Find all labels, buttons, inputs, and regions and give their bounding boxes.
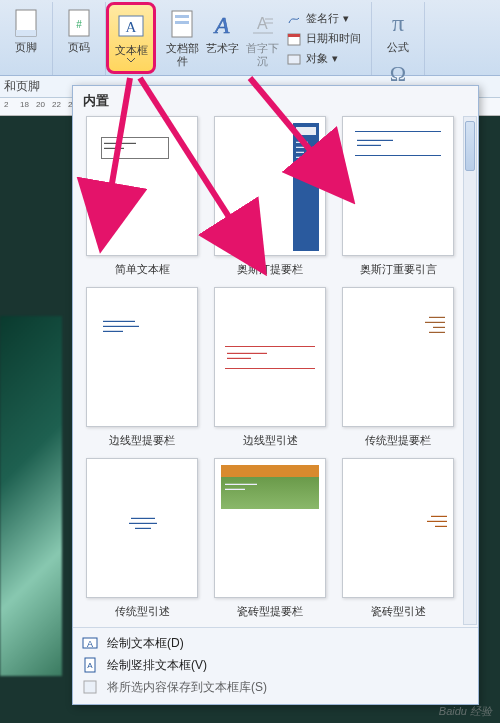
- svg-rect-8: [175, 21, 189, 24]
- object-button[interactable]: 对象 ▾: [286, 50, 361, 68]
- gallery-caption: 简单文本框: [115, 262, 170, 277]
- equation-label: 公式: [387, 41, 409, 54]
- menu-save-to-gallery[interactable]: 将所选内容保存到文本框库(S): [81, 676, 470, 698]
- gallery-scrollbar[interactable]: [463, 116, 477, 625]
- thumb: ▬▬▬▬▬▬▬▬▬▬▬▬▬: [214, 458, 326, 598]
- svg-rect-1: [16, 30, 36, 36]
- group-text-box-highlighted: A 文本框: [106, 2, 156, 74]
- menu-label: 绘制竖排文本框(V): [107, 657, 207, 674]
- thumb: ▬▬▬▬▬▬▬▬▬▬▬▬▬▬▬▬▬: [86, 458, 198, 598]
- svg-text:A: A: [87, 661, 93, 670]
- gallery-caption: 瓷砖型提要栏: [237, 604, 303, 619]
- page-number-icon: #: [63, 7, 95, 39]
- thumb: ▬▬▬▬▬▬▬▬▬▬▬▬: [342, 458, 454, 598]
- group-header-footer: 页脚: [0, 2, 53, 75]
- gallery-caption: 边线型提要栏: [109, 433, 175, 448]
- text-box-button[interactable]: A 文本框: [109, 7, 153, 69]
- page-number-button[interactable]: # 页码: [59, 4, 99, 72]
- svg-rect-7: [175, 15, 189, 18]
- group-symbols: π 公式 Ω 符号 # 编号: [372, 2, 425, 75]
- menu-label: 将所选内容保存到文本框库(S): [107, 679, 267, 696]
- dropcap-icon: A: [246, 8, 278, 40]
- text-small-items: 签名行 ▾ 日期和时间 对象 ▾: [282, 8, 365, 70]
- svg-text:#: #: [76, 19, 82, 30]
- svg-text:A: A: [126, 19, 137, 35]
- gallery-item-austin-sidebar[interactable]: ▬▬▬▬▬▬▬▬▬▬▬ 奥斯汀提要栏: [211, 116, 329, 277]
- doc-parts-button[interactable]: 文档部件: [162, 5, 202, 73]
- dropcap-button[interactable]: A 首字下沉: [242, 5, 282, 73]
- thumb: ▬▬▬▬▬▬▬▬▬▬▬▬▬▬▬: [342, 116, 454, 256]
- gallery-item-border-sidebar[interactable]: ▬▬▬▬▬▬▬▬▬▬▬▬▬▬▬▬▬▬▬▬▬▬ 边线型提要栏: [83, 287, 201, 448]
- chevron-down-icon: ▾: [332, 52, 338, 65]
- dropcap-label: 首字下沉: [243, 42, 281, 68]
- wordart-button[interactable]: A 艺术字: [202, 5, 242, 73]
- thumb: ▬▬▬▬▬▬▬▬▬▬▬▬▬: [86, 116, 198, 256]
- text-box-label: 文本框: [115, 44, 148, 57]
- gallery-caption: 传统型提要栏: [365, 433, 431, 448]
- footer-icon: [10, 7, 42, 39]
- gallery-item-traditional-sidebar[interactable]: ▬▬▬▬▬▬▬▬▬▬▬▬▬▬▬▬ 传统型提要栏: [339, 287, 457, 448]
- equation-icon: π: [382, 7, 414, 39]
- group-text: 文档部件 A 艺术字 A 首字下沉 签名行 ▾ 日期和时间: [156, 2, 372, 75]
- svg-rect-16: [288, 55, 300, 64]
- object-icon: [286, 51, 302, 67]
- document-background: [0, 316, 62, 676]
- object-label: 对象: [306, 51, 328, 66]
- calendar-icon: [286, 31, 302, 47]
- doc-parts-label: 文档部件: [163, 42, 201, 68]
- ribbon: 页脚 # 页码 A 文本框 文档部件 A: [0, 0, 500, 76]
- doc-parts-icon: [166, 8, 198, 40]
- panel-header: 内置: [73, 86, 478, 114]
- chevron-down-icon: ▾: [343, 12, 349, 25]
- svg-rect-15: [288, 34, 300, 37]
- gallery-caption: 奥斯汀提要栏: [237, 262, 303, 277]
- panel-footer: A 绘制文本框(D) A 绘制竖排文本框(V) 将所选内容保存到文本框库(S): [73, 627, 478, 704]
- gallery: ▬▬▬▬▬▬▬▬▬▬▬▬▬ 简单文本框 ▬▬▬▬▬▬▬▬▬▬▬ 奥斯汀提要栏 ▬…: [73, 114, 478, 627]
- vertical-text-box-icon: A: [81, 656, 99, 674]
- menu-label: 绘制文本框(D): [107, 635, 184, 652]
- gallery-caption: 边线型引述: [243, 433, 298, 448]
- page-number-label: 页码: [68, 41, 90, 54]
- signature-icon: [286, 11, 302, 27]
- wordart-label: 艺术字: [206, 42, 239, 55]
- menu-draw-text-box[interactable]: A 绘制文本框(D): [81, 632, 470, 654]
- text-box-icon: A: [81, 634, 99, 652]
- thumb: ▬▬▬▬▬▬▬▬▬▬▬▬▬▬▬▬▬▬▬▬▬▬: [86, 287, 198, 427]
- svg-text:A: A: [213, 12, 230, 38]
- thumb: ▬▬▬▬▬▬▬▬▬▬▬▬▬▬▬▬: [342, 287, 454, 427]
- equation-button[interactable]: π 公式: [378, 4, 418, 55]
- signature-label: 签名行: [306, 11, 339, 26]
- watermark: Baidu 经验: [439, 704, 492, 719]
- gallery-caption: 奥斯汀重要引言: [360, 262, 437, 277]
- svg-rect-23: [84, 681, 96, 693]
- gallery-item-tile-quote[interactable]: ▬▬▬▬▬▬▬▬▬▬▬▬ 瓷砖型引述: [339, 458, 457, 619]
- gallery-item-border-quote[interactable]: ▬▬▬▬▬▬▬▬▬▬▬▬▬▬▬▬ 边线型引述: [211, 287, 329, 448]
- scroll-thumb[interactable]: [465, 121, 475, 171]
- gallery-caption: 瓷砖型引述: [371, 604, 426, 619]
- chevron-down-icon: [126, 57, 136, 63]
- svg-text:A: A: [87, 639, 93, 649]
- gallery-item-simple[interactable]: ▬▬▬▬▬▬▬▬▬▬▬▬▬ 简单文本框: [83, 116, 201, 277]
- thumb: ▬▬▬▬▬▬▬▬▬▬▬: [214, 116, 326, 256]
- thumb: ▬▬▬▬▬▬▬▬▬▬▬▬▬▬▬▬: [214, 287, 326, 427]
- gallery-item-traditional-quote[interactable]: ▬▬▬▬▬▬▬▬▬▬▬▬▬▬▬▬▬ 传统型引述: [83, 458, 201, 619]
- footer-button[interactable]: 页脚: [6, 4, 46, 72]
- text-box-gallery-panel: 内置 ▬▬▬▬▬▬▬▬▬▬▬▬▬ 简单文本框 ▬▬▬▬▬▬▬▬▬▬▬ 奥斯汀提要…: [72, 85, 479, 705]
- gallery-item-tile-sidebar[interactable]: ▬▬▬▬▬▬▬▬▬▬▬▬▬ 瓷砖型提要栏: [211, 458, 329, 619]
- save-icon: [81, 678, 99, 696]
- footer-label: 页脚: [15, 41, 37, 54]
- signature-line-button[interactable]: 签名行 ▾: [286, 10, 361, 28]
- gallery-item-austin-quote[interactable]: ▬▬▬▬▬▬▬▬▬▬▬▬▬▬▬ 奥斯汀重要引言: [339, 116, 457, 277]
- wordart-icon: A: [206, 8, 238, 40]
- datetime-button[interactable]: 日期和时间: [286, 30, 361, 48]
- datetime-label: 日期和时间: [306, 31, 361, 46]
- group-page-number: # 页码: [53, 2, 106, 75]
- text-box-icon: A: [115, 10, 147, 42]
- menu-draw-vertical-text-box[interactable]: A 绘制竖排文本框(V): [81, 654, 470, 676]
- gallery-caption: 传统型引述: [115, 604, 170, 619]
